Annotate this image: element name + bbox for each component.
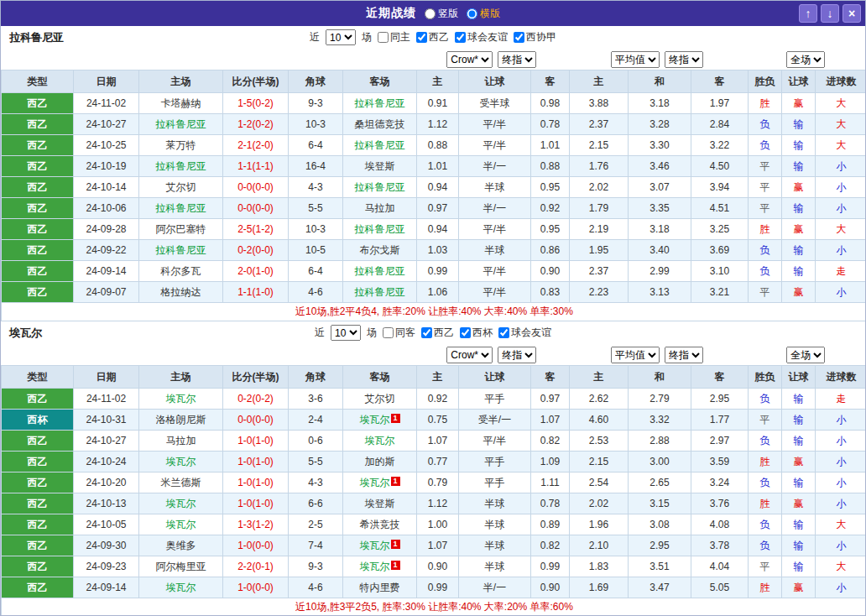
score-cell: 1-1(1-0) xyxy=(223,282,289,303)
home-team-cell: 阿尔巴塞特 xyxy=(139,219,223,240)
col-header-客: 客 xyxy=(691,366,749,389)
checkbox-input[interactable] xyxy=(460,327,471,338)
checkbox-input[interactable] xyxy=(378,32,389,43)
avg-away-cell: 3.69 xyxy=(691,240,749,261)
corner-cell: 10-5 xyxy=(289,240,343,261)
summary-text: 近10场,胜2平4负4, 胜率:20% 让胜率:40% 大率:40% 单率:30… xyxy=(2,303,866,321)
handicap-cell: 半/一 xyxy=(459,198,531,219)
avg-away-cell: 4.04 xyxy=(691,556,749,577)
match-row: 西乙24-09-14科尔多瓦2-0(1-0)6-4拉科鲁尼亚0.99平/半0.9… xyxy=(2,261,866,282)
odds-away-cell: 0.82 xyxy=(531,431,570,452)
away-team-cell: 加的斯 xyxy=(343,452,417,472)
filter-checkbox-西乙[interactable]: 西乙 xyxy=(421,326,454,340)
avg-away-cell: 3.94 xyxy=(691,177,749,198)
filter-label: 近 xyxy=(315,326,325,340)
league-cell: 西乙 xyxy=(2,177,74,198)
date-cell: 24-09-14 xyxy=(74,577,139,598)
checkbox-input[interactable] xyxy=(514,32,524,43)
horizontal-radio-input[interactable] xyxy=(467,8,477,19)
move-up-button[interactable]: ↑ xyxy=(799,4,817,23)
odds-home-cell: 0.97 xyxy=(417,198,459,219)
filter-checkbox-西杯[interactable]: 西杯 xyxy=(460,326,493,340)
average-stage-select[interactable]: 终指 xyxy=(665,347,703,363)
checkbox-input[interactable] xyxy=(383,327,394,338)
odds-home-cell: 0.88 xyxy=(417,135,459,156)
filter-checkbox-西乙[interactable]: 西乙 xyxy=(416,30,449,44)
wdl-result-cell: 平 xyxy=(749,198,782,219)
filter-checkbox-同客[interactable]: 同客 xyxy=(383,326,415,340)
home-team-cell: 埃瓦尔 xyxy=(139,389,223,410)
scope-select[interactable]: 全场 xyxy=(786,347,825,363)
score-cell: 0-0(0-0) xyxy=(223,198,289,219)
home-team-cell: 卡塔赫纳 xyxy=(139,93,223,114)
wdl-result-cell: 胜 xyxy=(749,577,782,598)
column-header-row: 类型日期主场比分(半场)角球客场主让球客主和客胜负让球进球数 xyxy=(2,366,866,389)
filter-checkbox-球会友谊[interactable]: 球会友谊 xyxy=(498,326,551,340)
checkbox-input[interactable] xyxy=(455,32,466,43)
odds-away-cell: 0.90 xyxy=(531,577,570,598)
away-team-cell: 拉科鲁尼亚 xyxy=(343,261,417,282)
goals-result-cell: 小 xyxy=(816,535,866,556)
handicap-result-cell: 赢 xyxy=(782,177,816,198)
odds-away-cell: 0.98 xyxy=(531,93,570,114)
match-row: 西杯24-10-31洛格朗尼斯0-0(0-0)2-4埃瓦尔10.75受半/一1.… xyxy=(2,410,866,431)
checkbox-input[interactable] xyxy=(421,327,432,338)
average-stage-select[interactable]: 终指 xyxy=(665,51,703,68)
score-cell: 1-0(0-0) xyxy=(223,577,289,598)
filter-checkbox-球会友谊[interactable]: 球会友谊 xyxy=(455,30,508,44)
handicap-result-cell: 输 xyxy=(782,410,816,431)
filter-checkbox-同主[interactable]: 同主 xyxy=(378,30,410,44)
match-row: 西乙24-10-19拉科鲁尼亚1-1(1-1)16-4埃登斯1.01半/一0.8… xyxy=(2,156,866,177)
avg-draw-cell: 3.08 xyxy=(629,514,691,535)
bookmaker-stage-select[interactable]: 终指 xyxy=(498,347,536,363)
close-button[interactable]: × xyxy=(843,4,861,23)
home-team-cell: 米兰德斯 xyxy=(139,472,223,493)
checkbox-input[interactable] xyxy=(498,327,509,338)
odds-away-cell: 0.86 xyxy=(531,240,570,261)
avg-away-cell: 3.10 xyxy=(691,261,749,282)
bookmaker-stage-select[interactable]: 终指 xyxy=(498,51,536,68)
wdl-result-cell: 胜 xyxy=(749,493,782,514)
league-cell: 西乙 xyxy=(2,472,74,493)
checkbox-input[interactable] xyxy=(416,32,427,43)
away-team-cell: 拉科鲁尼亚 xyxy=(343,135,417,156)
move-down-button[interactable]: ↓ xyxy=(821,4,839,23)
avg-home-cell: 1.96 xyxy=(570,514,629,535)
team-name-text: 米兰德斯 xyxy=(161,477,201,488)
match-row: 西乙24-09-23阿尔梅里亚2-2(0-1)9-3埃瓦尔10.90半球0.99… xyxy=(2,556,866,577)
match-count-select[interactable]: 10 xyxy=(326,29,356,45)
vertical-radio-input[interactable] xyxy=(425,8,436,19)
odds-home-cell: 0.75 xyxy=(417,410,459,431)
col-header-日期: 日期 xyxy=(74,366,139,389)
col-header-角球: 角球 xyxy=(289,70,343,93)
away-team-cell: 拉科鲁尼亚 xyxy=(343,219,417,240)
average-select[interactable]: 平均值 xyxy=(611,347,660,363)
match-count-select[interactable]: 10 xyxy=(331,325,361,341)
scope-select[interactable]: 全场 xyxy=(786,51,825,68)
col-header-进球数: 进球数 xyxy=(816,70,866,93)
handicap-cell: 平/半 xyxy=(459,135,531,156)
average-select[interactable]: 平均值 xyxy=(611,51,660,68)
bookmaker-select[interactable]: Crow* xyxy=(446,51,493,68)
handicap-result-cell: 赢 xyxy=(782,452,816,472)
team-name-text: 埃瓦尔 xyxy=(166,519,196,530)
col-header-类型: 类型 xyxy=(2,70,74,93)
bookmaker-select[interactable]: Crow* xyxy=(446,347,493,363)
handicap-result-cell: 输 xyxy=(782,156,816,177)
home-team-cell: 莱万特 xyxy=(139,135,223,156)
team-name-text: 阿尔巴塞特 xyxy=(156,223,206,235)
handicap-result-cell: 赢 xyxy=(782,577,816,598)
away-team-cell: 埃瓦尔1 xyxy=(343,535,417,556)
odds-home-cell: 0.94 xyxy=(417,219,459,240)
team-name-text: 马拉加 xyxy=(365,202,395,214)
handicap-result-cell: 赢 xyxy=(782,219,816,240)
layout-radio-vertical[interactable]: 竖版 xyxy=(425,7,458,21)
avg-home-cell: 3.88 xyxy=(570,93,629,114)
away-team-cell: 埃登斯 xyxy=(343,493,417,514)
odds-away-cell: 0.82 xyxy=(531,535,570,556)
away-team-cell: 拉科鲁尼亚 xyxy=(343,282,417,303)
avg-away-cell: 3.76 xyxy=(691,493,749,514)
layout-radio-horizontal[interactable]: 横版 xyxy=(467,7,500,21)
league-cell: 西乙 xyxy=(2,240,74,261)
filter-checkbox-西协甲[interactable]: 西协甲 xyxy=(514,30,556,44)
